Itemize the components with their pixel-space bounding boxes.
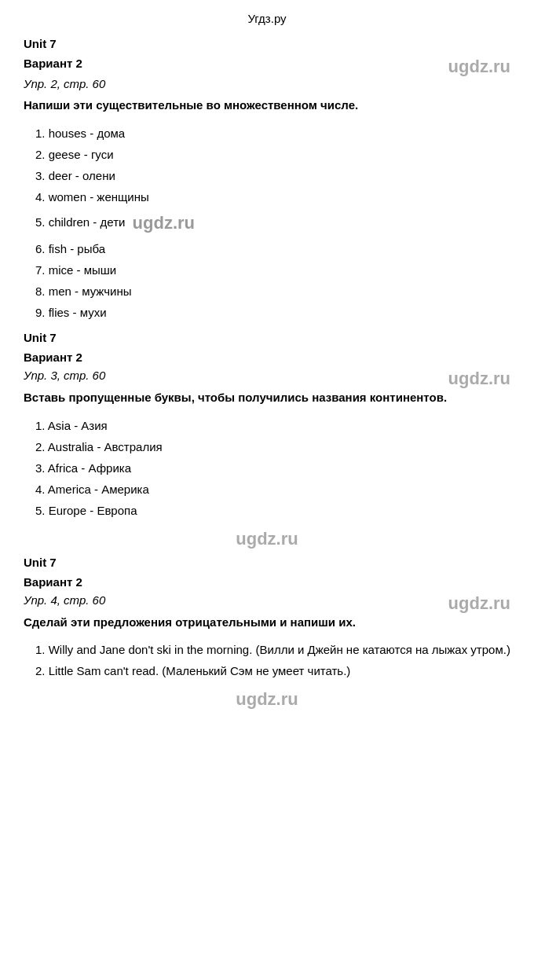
list-item: 3. Africa - Африка	[35, 457, 510, 479]
unit-label-3: Unit 7	[24, 556, 510, 569]
watermark-right-2: ugdz.ru	[448, 369, 510, 389]
section-1: Unit 7 ugdz.ru Вариант 2 Упр. 2, стр. 60…	[0, 37, 534, 323]
exercise-ref-3: Упр. 4, стр. 60	[24, 593, 510, 607]
site-title: Угдз.ру	[0, 8, 534, 29]
list-item: 4. America - Америка	[35, 479, 510, 500]
answer-list-2: 1. Asia - Азия 2. Australia - Австралия …	[35, 415, 510, 521]
section-3: Unit 7 Вариант 2 ugdz.ru Упр. 4, стр. 60…	[0, 556, 534, 710]
unit-label-1: Unit 7	[24, 37, 510, 50]
list-item: 1. Willy and Jane don't ski in the morni…	[35, 639, 510, 660]
list-item: 1. Asia - Азия	[35, 415, 510, 436]
list-item: 2. geese - гуси	[35, 144, 510, 165]
list-item: 5. Europe - Европа	[35, 500, 510, 521]
list-item: 5. children - дети ugdz.ru	[35, 207, 510, 239]
variant-label-1: Вариант 2	[24, 57, 510, 70]
watermark-right-3: ugdz.ru	[448, 593, 510, 614]
exercise-ref-1: Упр. 2, стр. 60	[24, 77, 510, 90]
section-2: Unit 7 Вариант 2 ugdz.ru Упр. 3, стр. 60…	[0, 331, 534, 549]
list-item: 7. mice - мыши	[35, 259, 510, 281]
list-item: 3. deer - олени	[35, 165, 510, 186]
watermark-top-right-1: ugdz.ru	[448, 57, 510, 77]
answer-list-1: 1. houses - дома 2. geese - гуси 3. deer…	[35, 123, 510, 324]
variant-label-3: Вариант 2	[24, 575, 510, 589]
answer-list-3: 1. Willy and Jane don't ski in the morni…	[35, 639, 510, 681]
exercise-instruction-2: Вставь пропущенные буквы, чтобы получили…	[24, 389, 510, 407]
variant-watermark-row-1: ugdz.ru Вариант 2	[24, 57, 510, 77]
list-item: 2. Australia - Австралия	[35, 436, 510, 457]
exercise-watermark-row-2: ugdz.ru Упр. 3, стр. 60	[24, 369, 510, 389]
watermark-center-2: ugdz.ru	[24, 529, 510, 549]
list-item: 8. men - мужчины	[35, 281, 510, 302]
exercise-watermark-row-3: ugdz.ru Упр. 4, стр. 60	[24, 593, 510, 614]
variant-label-2: Вариант 2	[24, 351, 510, 364]
list-item: 4. women - женщины	[35, 186, 510, 207]
exercise-instruction-3: Сделай эти предложения отрицательными и …	[24, 614, 510, 632]
list-item: 2. Little Sam can't read. (Маленький Сэм…	[35, 660, 510, 681]
list-item: 9. flies - мухи	[35, 302, 510, 323]
watermark-inline-1: ugdz.ru	[133, 207, 195, 239]
exercise-instruction-1: Напиши эти существительные во множествен…	[24, 97, 510, 115]
exercise-ref-2: Упр. 3, стр. 60	[24, 369, 510, 382]
watermark-center-3: ugdz.ru	[24, 689, 510, 710]
list-item: 1. houses - дома	[35, 123, 510, 144]
list-item: 6. fish - рыба	[35, 238, 510, 259]
unit-label-2: Unit 7	[24, 331, 510, 344]
